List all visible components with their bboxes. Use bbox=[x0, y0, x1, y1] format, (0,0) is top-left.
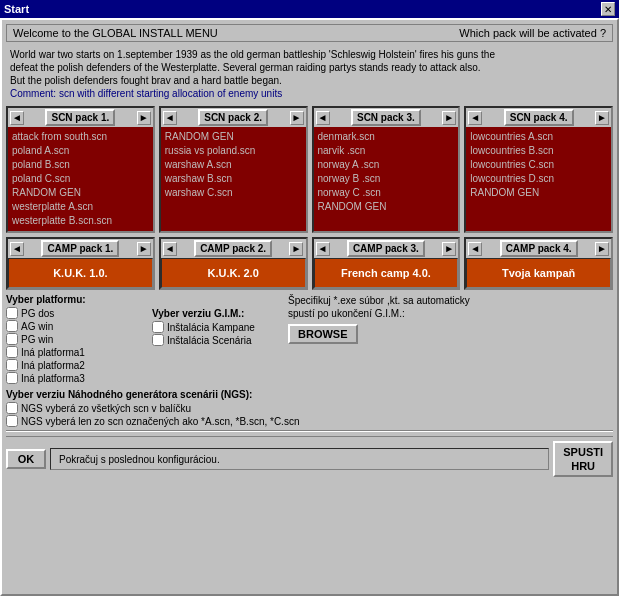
list-item: russia vs poland.scn bbox=[165, 144, 302, 158]
scn-packs-row: ◄ SCN pack 1. ► attack from south.scn po… bbox=[6, 106, 613, 233]
platform-ina3-checkbox[interactable] bbox=[6, 372, 18, 384]
ngs-all-checkbox[interactable] bbox=[6, 402, 18, 414]
ngs-marked-label: NGS vyberá len zo scn označených ako *A.… bbox=[21, 416, 299, 427]
camp-pack-4-header: ◄ CAMP pack 4. ► bbox=[466, 239, 611, 258]
camp-pack-2-left-arrow[interactable]: ◄ bbox=[163, 242, 177, 256]
camp-pack-3: ◄ CAMP pack 3. ► French camp 4.0. bbox=[312, 237, 461, 290]
camp-pack-3-header: ◄ CAMP pack 3. ► bbox=[314, 239, 459, 258]
camp-pack-2-title[interactable]: CAMP pack 2. bbox=[194, 240, 272, 257]
config-label: Pokračuj s poslednou konfiguráciou. bbox=[50, 448, 549, 470]
header-right: Which pack will be activated ? bbox=[459, 27, 606, 39]
camp-pack-3-left-arrow[interactable]: ◄ bbox=[316, 242, 330, 256]
ok-button[interactable]: OK bbox=[6, 449, 46, 469]
list-item: narvik .scn bbox=[318, 144, 455, 158]
platform-pgdos-row: PG dos bbox=[6, 307, 146, 319]
camp-pack-4-left-arrow[interactable]: ◄ bbox=[468, 242, 482, 256]
camp-pack-1: ◄ CAMP pack 1. ► K.U.K. 1.0. bbox=[6, 237, 155, 290]
platform-section: Vyber platformu: PG dos AG win PG win In… bbox=[6, 294, 146, 385]
version-scenaria-checkbox[interactable] bbox=[152, 334, 164, 346]
scn-pack-3-content: denmark.scn narvik .scn norway A .scn no… bbox=[314, 127, 459, 231]
list-item: warshaw A.scn bbox=[165, 158, 302, 172]
list-item: westerplatte A.scn bbox=[12, 200, 149, 214]
list-item: RANDOM GEN bbox=[12, 186, 149, 200]
platform-agwin-row: AG win bbox=[6, 320, 146, 332]
browse-button[interactable]: BROWSE bbox=[288, 324, 358, 344]
scn-pack-4-right-arrow[interactable]: ► bbox=[595, 111, 609, 125]
list-item: poland B.scn bbox=[12, 158, 149, 172]
scn-pack-1-header: ◄ SCN pack 1. ► bbox=[8, 108, 153, 127]
scn-pack-1-title[interactable]: SCN pack 1. bbox=[45, 109, 115, 126]
scn-pack-2-content: RANDOM GEN russia vs poland.scn warshaw … bbox=[161, 127, 306, 231]
platform-pgwin-row: PG win bbox=[6, 333, 146, 345]
list-item: lowcountries A.scn bbox=[470, 130, 607, 144]
list-item: norway C .scn bbox=[318, 186, 455, 200]
scn-pack-4-title[interactable]: SCN pack 4. bbox=[504, 109, 574, 126]
platform-pgwin-checkbox[interactable] bbox=[6, 333, 18, 345]
version-kampane-checkbox[interactable] bbox=[152, 321, 164, 333]
intro-text: World war two starts on 1.september 1939… bbox=[6, 46, 613, 102]
intro-line1: World war two starts on 1.september 1939… bbox=[10, 48, 609, 61]
scn-pack-1-left-arrow[interactable]: ◄ bbox=[10, 111, 24, 125]
scn-pack-3-left-arrow[interactable]: ◄ bbox=[316, 111, 330, 125]
camp-pack-1-content[interactable]: K.U.K. 1.0. bbox=[8, 258, 153, 288]
intro-line3: But the polish defenders fought brav and… bbox=[10, 74, 609, 87]
title-bar: Start ✕ bbox=[0, 0, 619, 18]
version-section: Vyber verziu G.I.M.: Inštalácia Kampane … bbox=[152, 308, 282, 385]
list-item: poland A.scn bbox=[12, 144, 149, 158]
ngs-marked-row: NGS vyberá len zo scn označených ako *A.… bbox=[6, 415, 613, 427]
camp-pack-3-content[interactable]: French camp 4.0. bbox=[314, 258, 459, 288]
scn-pack-3-right-arrow[interactable]: ► bbox=[442, 111, 456, 125]
scn-pack-2-header: ◄ SCN pack 2. ► bbox=[161, 108, 306, 127]
exe-label: Špecifikuj *.exe súbor ,kt. sa automatic… bbox=[288, 294, 470, 320]
window-body: Welcome to the GLOBAL INSTALL MENU Which… bbox=[0, 18, 619, 596]
camp-pack-1-right-arrow[interactable]: ► bbox=[137, 242, 151, 256]
list-item: norway A .scn bbox=[318, 158, 455, 172]
ngs-all-row: NGS vyberá zo všetkých scn v balíčku bbox=[6, 402, 613, 414]
spusti-line2: HRU bbox=[563, 459, 603, 473]
spusti-button[interactable]: SPUSTI HRU bbox=[553, 441, 613, 477]
platform-ina1-row: Iná platforma1 bbox=[6, 346, 146, 358]
list-item: poland C.scn bbox=[12, 172, 149, 186]
platform-pgdos-checkbox[interactable] bbox=[6, 307, 18, 319]
header-left: Welcome to the GLOBAL INSTALL MENU bbox=[13, 27, 218, 39]
camp-pack-2-right-arrow[interactable]: ► bbox=[289, 242, 303, 256]
ngs-section: Vyber verziu Náhodného generátora scenár… bbox=[6, 389, 613, 427]
camp-pack-1-header: ◄ CAMP pack 1. ► bbox=[8, 239, 153, 258]
platform-agwin-label: AG win bbox=[21, 321, 53, 332]
scn-pack-4-content: lowcountries A.scn lowcountries B.scn lo… bbox=[466, 127, 611, 231]
ngs-label: Vyber verziu Náhodného generátora scenár… bbox=[6, 389, 613, 400]
scn-pack-3: ◄ SCN pack 3. ► denmark.scn narvik .scn … bbox=[312, 106, 461, 233]
list-item: RANDOM GEN bbox=[165, 130, 302, 144]
camp-pack-4-right-arrow[interactable]: ► bbox=[595, 242, 609, 256]
camp-pack-1-title[interactable]: CAMP pack 1. bbox=[41, 240, 119, 257]
camp-pack-4-title[interactable]: CAMP pack 4. bbox=[500, 240, 578, 257]
camp-pack-4-content[interactable]: Tvoja kampaň bbox=[466, 258, 611, 288]
scn-pack-4: ◄ SCN pack 4. ► lowcountries A.scn lowco… bbox=[464, 106, 613, 233]
scn-pack-4-left-arrow[interactable]: ◄ bbox=[468, 111, 482, 125]
platform-ina2-checkbox[interactable] bbox=[6, 359, 18, 371]
close-button[interactable]: ✕ bbox=[601, 2, 615, 16]
ngs-marked-checkbox[interactable] bbox=[6, 415, 18, 427]
camp-pack-1-left-arrow[interactable]: ◄ bbox=[10, 242, 24, 256]
platform-ina2-row: Iná platforma2 bbox=[6, 359, 146, 371]
platform-ina3-row: Iná platforma3 bbox=[6, 372, 146, 384]
platform-label: Vyber platformu: bbox=[6, 294, 146, 305]
scn-pack-3-title[interactable]: SCN pack 3. bbox=[351, 109, 421, 126]
camp-pack-2-content[interactable]: K.U.K. 2.0 bbox=[161, 258, 306, 288]
scn-pack-2-left-arrow[interactable]: ◄ bbox=[163, 111, 177, 125]
version-scenaria-label: Inštalácia Scenária bbox=[167, 335, 252, 346]
window-title: Start bbox=[4, 3, 29, 15]
scn-pack-2-title[interactable]: SCN pack 2. bbox=[198, 109, 268, 126]
camp-pack-3-right-arrow[interactable]: ► bbox=[442, 242, 456, 256]
platform-ina1-checkbox[interactable] bbox=[6, 346, 18, 358]
platform-agwin-checkbox[interactable] bbox=[6, 320, 18, 332]
camp-pack-3-title[interactable]: CAMP pack 3. bbox=[347, 240, 425, 257]
scn-pack-2-right-arrow[interactable]: ► bbox=[290, 111, 304, 125]
list-item: RANDOM GEN bbox=[470, 186, 607, 200]
platform-ina1-label: Iná platforma1 bbox=[21, 347, 85, 358]
scn-pack-2: ◄ SCN pack 2. ► RANDOM GEN russia vs pol… bbox=[159, 106, 308, 233]
list-item: norway B .scn bbox=[318, 172, 455, 186]
scn-pack-1-right-arrow[interactable]: ► bbox=[137, 111, 151, 125]
list-item: lowcountries D.scn bbox=[470, 172, 607, 186]
version-label: Vyber verziu G.I.M.: bbox=[152, 308, 282, 319]
